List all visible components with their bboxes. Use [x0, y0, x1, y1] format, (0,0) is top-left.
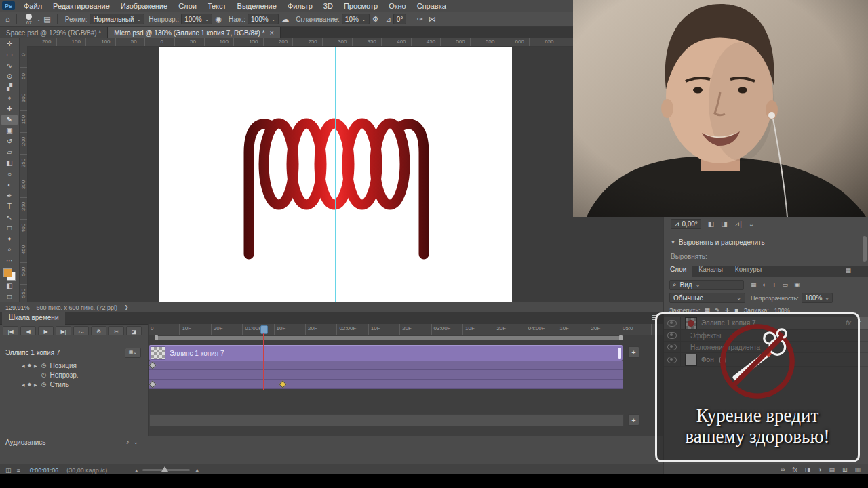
- eyedropper-tool[interactable]: ⌖: [1, 93, 18, 104]
- add-keyframe-icon[interactable]: ◆: [26, 382, 33, 387]
- tab-channels[interactable]: Каналы: [692, 264, 729, 277]
- path-selection-tool[interactable]: ↖: [1, 211, 18, 222]
- pen-tool[interactable]: ✒: [1, 190, 18, 201]
- tab-layers[interactable]: Слои: [664, 264, 692, 277]
- layer-opacity-select[interactable]: 100% ⌄: [802, 293, 833, 303]
- blur-tool[interactable]: ○: [1, 168, 18, 179]
- panel-menu-icon[interactable]: ☰: [858, 267, 863, 274]
- flip-vertical-icon[interactable]: ◨: [721, 220, 727, 228]
- stopwatch-icon[interactable]: ◷: [41, 362, 47, 369]
- tab-paths[interactable]: Контуры: [729, 264, 768, 277]
- menu-item-6[interactable]: Фильтр: [282, 1, 318, 11]
- keyframe-prev-icon[interactable]: ◀: [20, 363, 26, 368]
- timeline-clip[interactable]: Эллипс 1 копия 7: [149, 345, 623, 361]
- align-section-header[interactable]: ▼ Выровнять и распределить: [664, 237, 868, 247]
- add-media-button[interactable]: +: [628, 346, 639, 358]
- document-tab-1[interactable]: Micro.psd @ 130% (Эллипс 1 копия 7, RGB/…: [108, 27, 281, 38]
- menu-item-7[interactable]: 3D: [318, 1, 338, 11]
- document-canvas[interactable]: [159, 47, 512, 302]
- rotation-angle-field[interactable]: ⊿ 0,00°: [671, 219, 701, 229]
- timeline-ruler[interactable]: 010F20F01:00F10F20F02:00F10F20F03:00F10F…: [148, 324, 664, 336]
- audio-track-strip[interactable]: [149, 414, 624, 426]
- filter-smart-icon[interactable]: ▣: [794, 281, 800, 288]
- chevron-down-icon[interactable]: ⌄: [37, 16, 41, 22]
- smoothing-gear-icon[interactable]: ⚙: [370, 15, 382, 24]
- marquee-tool[interactable]: ▭: [1, 49, 18, 60]
- airbrush-icon[interactable]: ☁: [279, 15, 292, 24]
- foreground-color-swatch[interactable]: [3, 268, 12, 277]
- panel-chevron-icon[interactable]: ⌄: [749, 220, 754, 228]
- screen-mode-button[interactable]: □: [1, 291, 18, 302]
- opacity-select[interactable]: 100% ⌄: [181, 14, 212, 24]
- zoom-slider-thumb[interactable]: [161, 466, 168, 472]
- filter-adjustment-icon[interactable]: ◐: [763, 281, 766, 288]
- keyframe-next-icon[interactable]: ▶: [33, 363, 39, 368]
- stopwatch-icon[interactable]: ◷: [41, 381, 47, 388]
- track-strip-0[interactable]: [149, 361, 623, 370]
- symmetry-icon[interactable]: ⋈: [426, 15, 439, 24]
- work-area-start-handle[interactable]: [155, 336, 158, 340]
- menu-item-2[interactable]: Изображение: [115, 1, 173, 11]
- panel-scrollbar[interactable]: [863, 236, 867, 262]
- zoom-tool[interactable]: ⌕: [1, 244, 18, 255]
- audio-options-icon[interactable]: ⌄: [133, 439, 138, 445]
- pressure-size-icon[interactable]: ✑: [414, 15, 425, 24]
- timeline-layer-selector[interactable]: Эллипс 1 копия 7 ▦⌄: [0, 344, 148, 361]
- smoothing-select[interactable]: 10% ⌄: [342, 14, 370, 24]
- filter-shape-icon[interactable]: ▭: [782, 281, 788, 288]
- interpolation-icon[interactable]: ⊿|: [734, 220, 742, 228]
- audio-track-row[interactable]: Аудиозапись ♪ ⌄: [0, 436, 148, 448]
- menu-item-4[interactable]: Текст: [202, 1, 232, 11]
- layer-mask-icon[interactable]: ◨: [804, 466, 810, 473]
- layer-filter-select[interactable]: ⌕ Вид ⌄: [669, 280, 744, 290]
- lasso-tool[interactable]: ∿: [1, 60, 18, 71]
- flip-horizontal-icon[interactable]: ◧: [708, 220, 714, 228]
- menu-item-10[interactable]: Справка: [412, 1, 452, 11]
- crop-tool[interactable]: ▞: [1, 82, 18, 93]
- playhead-handle[interactable]: [260, 325, 268, 334]
- add-keyframe-icon[interactable]: ◆: [26, 363, 33, 368]
- work-area-end-handle[interactable]: [619, 336, 623, 340]
- gradient-tool[interactable]: ◧: [1, 157, 18, 168]
- stopwatch-icon[interactable]: ◷: [41, 371, 47, 378]
- menu-item-0[interactable]: Файл: [18, 1, 47, 11]
- panel-grid-icon[interactable]: ▦: [845, 267, 851, 274]
- edit-toolbar-button[interactable]: ⋯: [1, 255, 18, 266]
- guide-horizontal[interactable]: [159, 178, 512, 178]
- keyframe-prev-icon[interactable]: ◀: [20, 382, 26, 387]
- ruler-vertical[interactable]: 050100150200250300350400450500550: [19, 46, 28, 302]
- menu-item-5[interactable]: Выделение: [232, 1, 282, 11]
- type-tool[interactable]: T: [1, 201, 18, 211]
- brush-tool[interactable]: ✎: [1, 115, 18, 125]
- brush-preset-button[interactable]: 67: [22, 14, 37, 25]
- flow-select[interactable]: 100% ⌄: [248, 14, 279, 24]
- menu-item-8[interactable]: Просмотр: [338, 1, 383, 11]
- filter-pixel-icon[interactable]: ▦: [751, 281, 757, 288]
- ruler-horizontal[interactable]: 2001501005005010015020025030035040045050…: [27, 38, 663, 47]
- quick-mask-button[interactable]: ◧: [1, 281, 18, 291]
- color-swatches[interactable]: [3, 268, 16, 281]
- layer-group-icon[interactable]: ▤: [829, 466, 835, 473]
- blend-mode-select[interactable]: Нормальный ⌄: [90, 14, 144, 24]
- track-strip-1[interactable]: [149, 370, 623, 380]
- new-layer-icon[interactable]: ⊞: [842, 466, 848, 473]
- clone-stamp-tool[interactable]: ▣: [1, 125, 18, 136]
- document-tab-0[interactable]: Space.psd @ 129% (RGB/8#) *: [0, 27, 108, 38]
- zoom-slider[interactable]: [142, 469, 190, 471]
- adjustment-layer-icon[interactable]: ◑: [818, 466, 821, 473]
- tab-timeline[interactable]: Шкала времени: [2, 312, 65, 325]
- render-video-icon[interactable]: ◫: [5, 467, 12, 474]
- guide-vertical[interactable]: [335, 47, 336, 302]
- menu-item-9[interactable]: Окно: [383, 1, 412, 11]
- eraser-tool[interactable]: ▱: [1, 147, 18, 158]
- dodge-tool[interactable]: ◐: [1, 179, 18, 190]
- delete-layer-icon[interactable]: ▥: [854, 466, 861, 473]
- zoom-in-icon[interactable]: ▲: [194, 467, 200, 474]
- hand-tool[interactable]: ✦: [1, 233, 18, 244]
- filter-type-icon[interactable]: T: [772, 281, 776, 288]
- menu-item-1[interactable]: Редактирование: [47, 1, 115, 11]
- work-area-bar[interactable]: [155, 336, 623, 340]
- clip-options-icon[interactable]: ▦⌄: [125, 348, 141, 358]
- close-tab-icon[interactable]: ×: [270, 28, 274, 37]
- brush-angle-field[interactable]: 0°: [393, 14, 407, 24]
